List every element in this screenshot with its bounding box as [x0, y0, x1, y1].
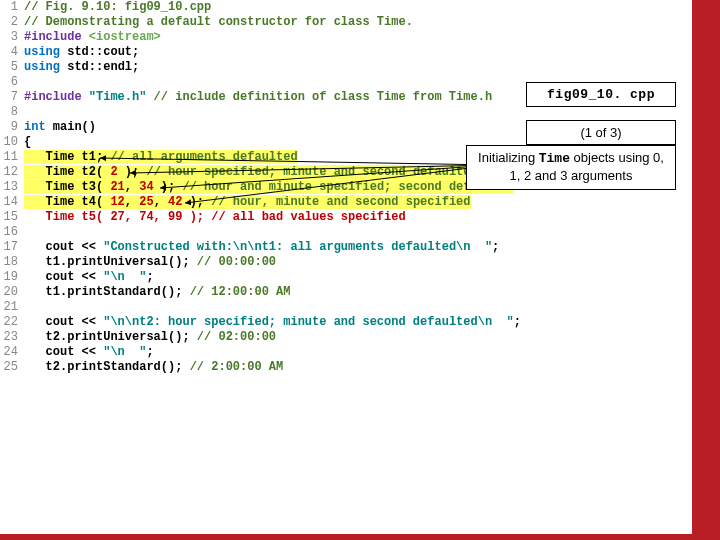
line-number: 2 [0, 15, 24, 30]
code-token: cout << [24, 240, 103, 254]
code-token: using [24, 60, 67, 74]
line-number: 7 [0, 90, 24, 105]
code-token: "\n " [103, 270, 146, 284]
line-number: 23 [0, 330, 24, 345]
code-token: Time t2( [24, 165, 110, 179]
code-token: ; [514, 315, 521, 329]
code-token: t2.printStandard(); [24, 360, 190, 374]
code-token: , [125, 180, 139, 194]
line-number: 1 [0, 0, 24, 15]
code-token: cout << [24, 270, 103, 284]
line-number: 22 [0, 315, 24, 330]
code-token: 2 [110, 165, 117, 179]
code-comment: // include definition of class Time from… [146, 90, 492, 104]
line-number: 12 [0, 165, 24, 180]
code-comment: // 12:00:00 AM [190, 285, 291, 299]
line-number: 16 [0, 225, 24, 240]
line-number: 25 [0, 360, 24, 375]
code-comment: // all arguments defaulted [110, 150, 297, 164]
code-token: t2.printUniversal(); [24, 330, 197, 344]
code-token: ); [182, 195, 211, 209]
line-number: 21 [0, 300, 24, 315]
line-number: 20 [0, 285, 24, 300]
code-token: int [24, 120, 53, 134]
code-token: , [125, 195, 139, 209]
code-token: 34 [139, 180, 153, 194]
code-token: ); [154, 180, 183, 194]
code-token: , [154, 195, 168, 209]
code-token: std::endl; [67, 60, 139, 74]
slide: 1// Fig. 9.10: fig09_10.cpp 2// Demonstr… [0, 0, 720, 540]
code-token: "\n " [103, 345, 146, 359]
line-number: 10 [0, 135, 24, 150]
code-token: t1.printUniversal(); [24, 255, 197, 269]
code-token: std::cout; [67, 45, 139, 59]
annotation-box: Initializing Time objects using 0, 1, 2 … [466, 145, 676, 190]
line-number: 4 [0, 45, 24, 60]
code-token: using [24, 45, 67, 59]
page-indicator-box: (1 of 3) [526, 120, 676, 145]
code-token: 42 [168, 195, 182, 209]
code-token: Time t4( [24, 195, 110, 209]
line-number: 17 [0, 240, 24, 255]
line-number: 24 [0, 345, 24, 360]
code-comment: // 2:00:00 AM [190, 360, 284, 374]
line-number: 18 [0, 255, 24, 270]
code-token: Time t3( [24, 180, 110, 194]
line-number: 11 [0, 150, 24, 165]
code-token: ; [492, 240, 499, 254]
code-comment: // Demonstrating a default constructor f… [24, 15, 413, 29]
code-token: ); [118, 165, 147, 179]
code-comment: // Fig. 9.10: fig09_10.cpp [24, 0, 211, 14]
code-comment: // 00:00:00 [197, 255, 276, 269]
line-number: 9 [0, 120, 24, 135]
line-number: 19 [0, 270, 24, 285]
code-token: ; [146, 345, 153, 359]
code-token: 25 [139, 195, 153, 209]
code-token: 12 [110, 195, 124, 209]
code-line-bad: Time t5( 27, 74, 99 ); // all bad values… [24, 210, 406, 224]
line-number: 6 [0, 75, 24, 90]
file-name-box: fig09_10. cpp [526, 82, 676, 107]
code-token: <iostream> [89, 30, 161, 44]
code-comment: // hour and minute specified; second def… [182, 180, 513, 194]
code-comment: // 02:00:00 [197, 330, 276, 344]
code-token: "Time.h" [89, 90, 147, 104]
code-comment: // hour, minute and second specified [211, 195, 470, 209]
code-token: cout << [24, 345, 103, 359]
code-token: main() [53, 120, 96, 134]
line-number: 13 [0, 180, 24, 195]
code-token: Time t1; [24, 150, 110, 164]
code-token: "Constructed with:\n\nt1: all arguments … [103, 240, 492, 254]
code-token: t1.printStandard(); [24, 285, 190, 299]
line-number: 3 [0, 30, 24, 45]
code-token: #include [24, 90, 89, 104]
code-token: ; [146, 270, 153, 284]
line-number: 8 [0, 105, 24, 120]
code-token: cout << [24, 315, 103, 329]
line-number: 14 [0, 195, 24, 210]
code-token: #include [24, 30, 89, 44]
line-number: 15 [0, 210, 24, 225]
code-token: "\n\nt2: hour specified; minute and seco… [103, 315, 513, 329]
code-token: { [24, 135, 31, 150]
line-number: 5 [0, 60, 24, 75]
annotation-code: Time [539, 151, 570, 166]
code-token: 21 [110, 180, 124, 194]
annotation-text: Initializing [478, 150, 539, 165]
code-comment: // hour specified; minute and second def… [146, 165, 477, 179]
